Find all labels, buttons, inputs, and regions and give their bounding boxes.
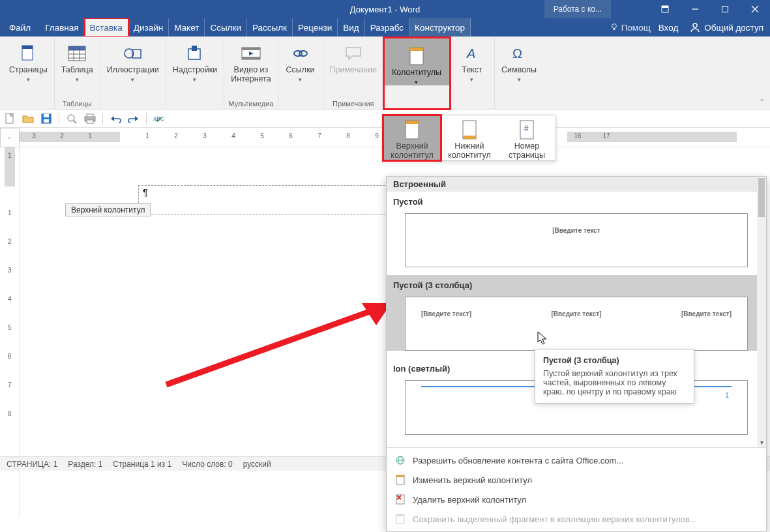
status-page-of[interactable]: Страница 1 из 1	[113, 460, 171, 469]
group-text: A Текст ▾	[450, 38, 495, 109]
ruler-corner[interactable]: ⌐	[0, 128, 20, 147]
header-button[interactable]: Верхний колонтитул	[383, 115, 441, 160]
chevron-down-icon: ▾	[193, 76, 196, 83]
group-media: Видео из Интернета Мультимедиа	[224, 38, 278, 109]
gallery-cmd-edit[interactable]: Изменить верхний колонтитул	[387, 470, 766, 490]
tooltip-title: Пустой (3 столбца)	[543, 356, 686, 365]
svg-marker-62	[538, 332, 546, 344]
status-section[interactable]: Раздел: 1	[68, 460, 102, 469]
comment-button[interactable]: Примечание	[327, 38, 379, 74]
tab-file[interactable]: Файл	[0, 18, 40, 37]
svg-rect-21	[192, 46, 197, 51]
addins-button[interactable]: Надстройки ▾	[170, 38, 220, 83]
chevron-down-icon: ▾	[415, 79, 418, 85]
addin-icon	[185, 43, 205, 64]
footer-icon	[459, 119, 480, 140]
pages-button[interactable]: Страницы ▾	[7, 38, 50, 83]
chevron-down-icon: ▾	[518, 76, 521, 83]
gallery-cmd-save: Сохранить выделенный фрагмент в коллекци…	[387, 509, 766, 529]
tab-insert[interactable]: Вставка	[85, 18, 128, 37]
header-region-label: Верхний колонтитул	[65, 203, 151, 216]
svg-rect-34	[44, 114, 49, 117]
tab-home[interactable]: Главная	[40, 18, 84, 37]
svg-rect-24	[242, 57, 260, 59]
svg-point-8	[693, 23, 697, 27]
table-icon	[67, 43, 87, 64]
tooltip: Пустой (3 столбца) Пустой верхний колонт…	[535, 349, 694, 404]
chevron-down-icon: ▾	[299, 76, 302, 83]
header-footer-subribbon: Верхний колонтитул Нижний колонтитул # Н…	[383, 115, 556, 161]
redo-icon[interactable]	[128, 113, 140, 125]
open-icon[interactable]	[22, 113, 34, 125]
globe-icon	[394, 454, 406, 466]
preview-icon[interactable]	[66, 113, 78, 125]
footer-button[interactable]: Нижний колонтитул	[441, 115, 498, 160]
tooltip-body: Пустой верхний колонтитул из трех частей…	[543, 369, 686, 396]
ribbon-tabs: Файл Главная Вставка Дизайн Макет Ссылки…	[0, 18, 770, 37]
scroll-thumb[interactable]	[758, 178, 765, 217]
gallery-commands: Разрешить обновление контента с сайта Of…	[387, 447, 766, 531]
sign-in[interactable]: Вход	[653, 23, 684, 33]
gallery-item-ion-dark[interactable]: Ion (темный)	[387, 443, 766, 447]
page-number-button[interactable]: # Номер страницы	[498, 115, 555, 160]
new-doc-icon[interactable]	[4, 113, 16, 125]
status-language[interactable]: русский	[243, 460, 271, 469]
omega-icon: Ω	[509, 43, 529, 64]
links-button[interactable]: Ссылки ▾	[282, 38, 319, 83]
status-page[interactable]: СТРАНИЦА: 1	[7, 460, 57, 469]
group-pages: Страницы ▾	[3, 38, 55, 109]
svg-text:#: #	[524, 124, 529, 133]
save-icon[interactable]	[40, 113, 52, 125]
text-button[interactable]: A Текст ▾	[454, 38, 490, 83]
svg-rect-56	[396, 475, 404, 477]
tab-developer[interactable]: Разрабс	[365, 18, 409, 37]
chevron-down-icon: ▾	[131, 76, 134, 83]
gallery-scrollbar[interactable]: ▴ ▾	[757, 177, 766, 447]
page-icon	[18, 43, 38, 64]
text-icon: A	[462, 43, 482, 64]
gallery-cmd-update[interactable]: Разрешить обновление контента с сайта Of…	[387, 451, 766, 470]
svg-rect-45	[406, 121, 419, 124]
svg-rect-35	[44, 119, 49, 123]
titlebar: Документ1 - Word Работа с ко...	[0, 0, 770, 18]
symbols-button[interactable]: Ω Символы ▾	[499, 38, 539, 83]
svg-rect-29	[410, 48, 423, 51]
tab-review[interactable]: Рецензи	[293, 18, 338, 37]
scroll-down-icon[interactable]: ▾	[757, 437, 766, 447]
illustrations-button[interactable]: Иллюстрации ▾	[104, 38, 162, 83]
svg-point-27	[299, 51, 307, 56]
tab-view[interactable]: Вид	[338, 18, 364, 37]
svg-text:Ω: Ω	[512, 46, 522, 61]
tell-me[interactable]: Помощ	[607, 23, 653, 33]
tab-design-context[interactable]: Конструктор	[409, 18, 471, 37]
comment-icon	[343, 43, 364, 64]
header-icon	[402, 119, 422, 140]
share-button[interactable]: Общий доступ	[683, 22, 770, 33]
group-addins: Надстройки ▾	[166, 38, 225, 109]
svg-rect-10	[22, 46, 33, 49]
group-illustrations: Иллюстрации ▾	[100, 38, 166, 109]
gallery-cmd-delete[interactable]: Удалить верхний колонтитул	[387, 490, 766, 509]
tab-references[interactable]: Ссылки	[205, 18, 247, 37]
online-video-button[interactable]: Видео из Интернета	[228, 38, 273, 84]
svg-rect-7	[613, 28, 615, 30]
svg-line-37	[74, 121, 76, 123]
status-words[interactable]: Число слов: 0	[182, 460, 232, 469]
tab-mailings[interactable]: Рассылк	[247, 18, 293, 37]
gallery-item-blank-3col[interactable]: Пустой (3 столбца) [Введите текст] [Введ…	[387, 275, 766, 351]
delete-header-icon	[394, 494, 406, 505]
undo-icon[interactable]	[110, 113, 121, 125]
svg-rect-23	[242, 48, 260, 50]
group-tables: Таблица ▾ Таблицы	[55, 38, 100, 109]
chevron-down-icon: ▾	[27, 76, 30, 83]
shapes-icon	[123, 43, 143, 64]
quickprint-icon[interactable]	[84, 113, 96, 125]
svg-point-36	[68, 115, 74, 121]
tab-layout[interactable]: Макет	[169, 18, 205, 37]
tab-design[interactable]: Дизайн	[128, 18, 169, 37]
collapse-ribbon-icon[interactable]: ⌃	[759, 98, 765, 106]
header-footer-button[interactable]: Колонтитулы ▾	[384, 38, 449, 85]
table-button[interactable]: Таблица ▾	[59, 38, 96, 83]
gallery-item-blank[interactable]: Пустой [Введите текст	[387, 192, 766, 267]
spelling-icon[interactable]: ABC	[153, 113, 165, 125]
